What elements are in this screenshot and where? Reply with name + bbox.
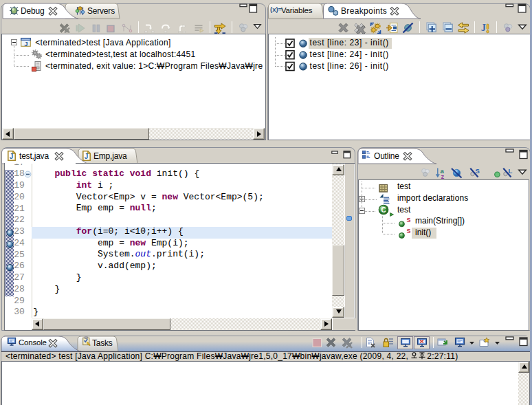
svg-text:J: J <box>24 40 27 47</box>
svg-text:J: J <box>10 153 14 160</box>
svg-text:(x)=: (x)= <box>270 6 282 13</box>
svg-text:C: C <box>381 206 386 214</box>
svg-text:z: z <box>441 173 445 180</box>
svg-text:S: S <box>476 167 480 175</box>
svg-text:L: L <box>509 167 513 175</box>
svg-text:J: J <box>84 153 88 160</box>
svg-text:S: S <box>407 217 411 223</box>
svg-text:J: J <box>481 23 486 33</box>
svg-text:S: S <box>407 228 411 234</box>
